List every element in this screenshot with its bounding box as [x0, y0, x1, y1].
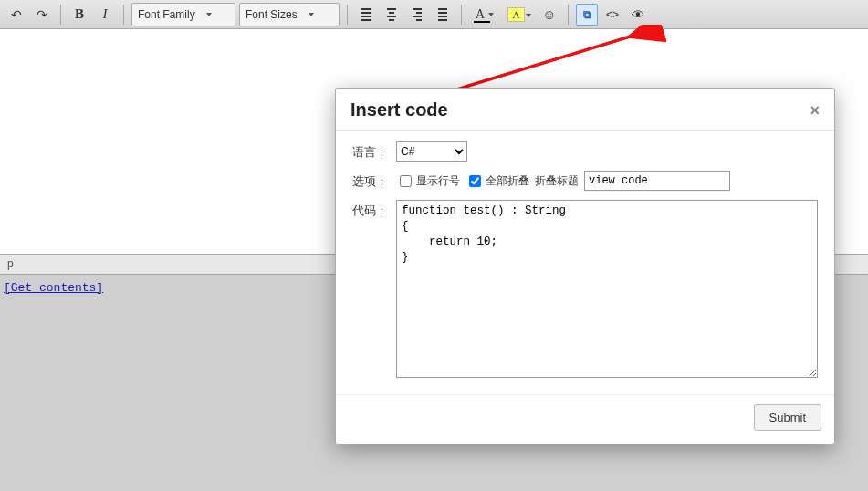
- align-left-icon: [361, 8, 371, 21]
- dialog-body: 语言： C# 选项： 显示行号 全部折叠 折叠标题: [336, 131, 834, 394]
- dialog-header: Insert code ×: [336, 89, 834, 131]
- align-justify-icon: [438, 8, 447, 21]
- show-line-numbers-option[interactable]: 显示行号: [396, 172, 460, 190]
- font-family-label: Font Family: [138, 8, 195, 21]
- font-family-select[interactable]: Font Family: [131, 3, 235, 26]
- get-contents-link[interactable]: [Get contents]: [4, 281, 103, 295]
- background-color-icon: A: [507, 7, 525, 22]
- undo-icon: ↶: [11, 7, 22, 22]
- font-size-select[interactable]: Font Sizes: [239, 3, 340, 26]
- redo-icon: ↷: [37, 7, 47, 22]
- text-color-bar: [474, 21, 490, 23]
- submit-button[interactable]: Submit: [754, 404, 821, 431]
- chevron-down-icon: [488, 13, 494, 16]
- code-label: 代码：: [352, 200, 396, 219]
- fold-title-label: 折叠标题: [535, 173, 579, 189]
- bold-icon: B: [75, 6, 84, 22]
- text-color-icon: A: [476, 7, 485, 22]
- fold-all-option[interactable]: 全部折叠: [465, 172, 529, 190]
- align-center-icon: [387, 8, 396, 21]
- eye-icon: 👁: [632, 7, 644, 22]
- language-label: 语言：: [352, 141, 396, 161]
- fold-title-input[interactable]: [584, 171, 730, 191]
- chevron-down-icon: [309, 13, 314, 16]
- align-right-icon: [413, 8, 422, 21]
- insert-code-button[interactable]: ⧉: [576, 4, 598, 26]
- toolbar-separator: [347, 5, 348, 25]
- toolbar-separator: [60, 5, 61, 25]
- chevron-down-icon: [526, 14, 531, 17]
- dialog-close-button[interactable]: ×: [810, 102, 820, 119]
- fold-all-checkbox[interactable]: [469, 175, 481, 187]
- code-insert-icon: ⧉: [583, 8, 591, 21]
- chevron-down-icon: [206, 13, 212, 16]
- dialog-footer: Submit: [336, 394, 834, 444]
- redo-button[interactable]: ↷: [31, 4, 53, 26]
- emoji-button[interactable]: ☺: [539, 4, 560, 26]
- source-code-button[interactable]: <>: [601, 4, 623, 26]
- fold-all-label: 全部折叠: [486, 173, 529, 189]
- align-left-button[interactable]: [355, 4, 377, 26]
- bold-button[interactable]: B: [68, 4, 90, 26]
- toolbar-separator: [461, 5, 462, 25]
- show-line-numbers-checkbox[interactable]: [400, 175, 412, 187]
- preview-button[interactable]: 👁: [627, 4, 649, 26]
- show-line-numbers-label: 显示行号: [416, 173, 460, 189]
- align-right-button[interactable]: [406, 4, 428, 26]
- undo-button[interactable]: ↶: [5, 4, 27, 26]
- align-justify-button[interactable]: [432, 4, 454, 26]
- angle-brackets-icon: <>: [606, 8, 619, 21]
- options-row: 选项： 显示行号 全部折叠 折叠标题: [352, 171, 818, 191]
- code-textarea[interactable]: [396, 200, 818, 378]
- dialog-title: Insert code: [350, 99, 448, 120]
- background-color-button[interactable]: A: [504, 4, 535, 26]
- align-center-button[interactable]: [381, 4, 403, 26]
- language-row: 语言： C#: [352, 141, 818, 162]
- code-row: 代码：: [352, 200, 818, 378]
- element-path[interactable]: p: [7, 257, 14, 270]
- font-size-label: Font Sizes: [246, 8, 298, 21]
- options-label: 选项：: [352, 171, 396, 190]
- insert-code-dialog: Insert code × 语言： C# 选项： 显示行号 全部折叠: [335, 88, 835, 444]
- italic-icon: I: [103, 6, 108, 22]
- language-select[interactable]: C#: [396, 141, 467, 162]
- toolbar-separator: [123, 5, 124, 25]
- italic-button[interactable]: I: [94, 4, 116, 26]
- editor-toolbar: ↶ ↷ B I Font Family Font Sizes A A ☺ ⧉: [0, 0, 868, 29]
- smile-icon: ☺: [542, 6, 556, 22]
- text-color-button[interactable]: A: [469, 4, 500, 26]
- toolbar-separator: [568, 5, 569, 25]
